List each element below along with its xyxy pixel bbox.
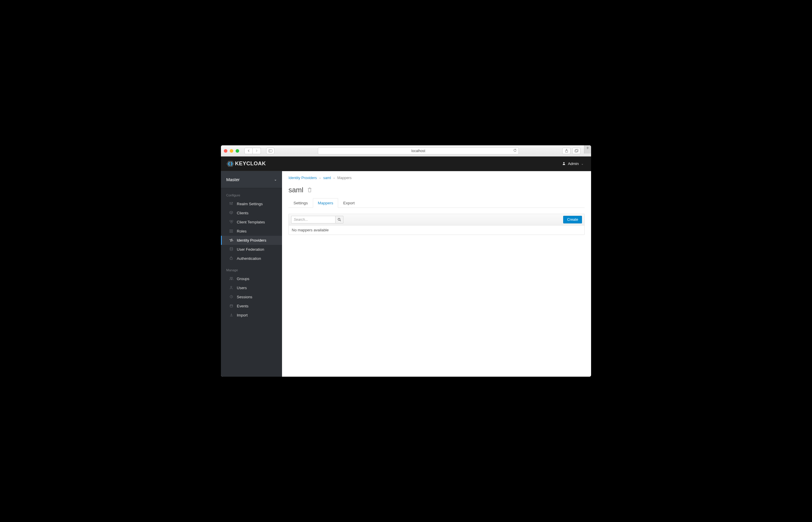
address-bar[interactable]: localhost xyxy=(318,147,519,155)
content-area: Master ⌄ Configure Realm Settings Client… xyxy=(221,171,591,377)
cubes-icon xyxy=(229,220,233,224)
share-button[interactable] xyxy=(562,148,571,154)
main-content: Identity Providers » saml » Mappers saml… xyxy=(282,171,591,377)
mappers-panel: Create No mappers available xyxy=(289,214,585,235)
browser-window: localhost + KEYCLOAK xyxy=(221,145,591,377)
sidebar-item-label: User Federation xyxy=(237,247,264,252)
tab-mappers[interactable]: Mappers xyxy=(313,198,339,208)
sidebar-item-user-federation[interactable]: User Federation xyxy=(221,245,282,254)
sidebar-item-import[interactable]: Import xyxy=(221,310,282,320)
svg-point-14 xyxy=(232,202,233,203)
svg-point-21 xyxy=(232,277,233,278)
keycloak-logo-icon xyxy=(226,160,234,168)
browser-chrome: localhost + xyxy=(221,145,591,157)
back-button[interactable] xyxy=(245,148,253,154)
search-button[interactable] xyxy=(335,216,344,223)
minimize-window-button[interactable] xyxy=(230,149,233,153)
breadcrumb-current: Mappers xyxy=(337,176,352,180)
user-menu[interactable]: Admin ⌄ xyxy=(561,161,585,166)
forward-button[interactable] xyxy=(253,148,261,154)
sidebar-item-label: Import xyxy=(237,313,248,317)
maximize-window-button[interactable] xyxy=(236,149,239,153)
app-header: KEYCLOAK Admin ⌄ xyxy=(221,157,591,171)
sidebar-item-events[interactable]: Events xyxy=(221,302,282,310)
svg-rect-24 xyxy=(230,305,233,307)
nav-heading-manage: Manage xyxy=(221,263,282,274)
sidebar-item-label: Users xyxy=(237,286,247,290)
sidebar-item-users[interactable]: Users xyxy=(221,283,282,293)
search-icon xyxy=(337,218,341,221)
sidebar-item-realm-settings[interactable]: Realm Settings xyxy=(221,199,282,208)
clock-icon xyxy=(229,295,233,299)
chevron-down-icon: ⌄ xyxy=(581,162,583,165)
tab-export[interactable]: Export xyxy=(338,198,360,208)
user-icon xyxy=(562,161,565,166)
sidebar-item-label: Clients xyxy=(237,211,249,215)
svg-rect-19 xyxy=(230,258,232,260)
chevron-down-icon: ⌄ xyxy=(274,178,277,181)
group-icon xyxy=(229,277,233,281)
search-input[interactable] xyxy=(291,216,335,223)
sidebar-item-label: Events xyxy=(237,304,249,308)
list-icon xyxy=(229,229,233,234)
sidebar-item-label: Groups xyxy=(237,277,249,281)
breadcrumb-separator-icon: » xyxy=(319,177,321,180)
nav-buttons xyxy=(245,148,261,154)
tabs-button[interactable] xyxy=(572,148,580,154)
traffic-lights xyxy=(224,149,239,153)
sidebar-item-sessions[interactable]: Sessions xyxy=(221,293,282,302)
create-button[interactable]: Create xyxy=(563,216,582,223)
database-icon xyxy=(229,247,233,252)
reload-icon[interactable] xyxy=(513,148,517,153)
new-tab-button[interactable]: + xyxy=(584,145,591,154)
sidebar-item-authentication[interactable]: Authentication xyxy=(221,254,282,263)
calendar-icon xyxy=(229,304,233,308)
svg-rect-3 xyxy=(575,150,577,153)
logo[interactable]: KEYCLOAK xyxy=(226,160,266,168)
sidebar-item-clients[interactable]: Clients xyxy=(221,208,282,218)
close-window-button[interactable] xyxy=(224,149,227,153)
user-name: Admin xyxy=(568,161,579,166)
sidebar-item-label: Sessions xyxy=(237,295,252,299)
svg-point-13 xyxy=(231,204,232,205)
svg-point-8 xyxy=(563,162,564,163)
sidebar-item-label: Identity Providers xyxy=(237,238,266,242)
sidebar-item-roles[interactable]: Roles xyxy=(221,227,282,236)
page-title-row: saml xyxy=(289,186,585,194)
sidebar-item-label: Client Templates xyxy=(237,220,265,224)
realm-selector[interactable]: Master ⌄ xyxy=(221,171,282,188)
sliders-icon xyxy=(229,202,233,206)
sidebar-item-groups[interactable]: Groups xyxy=(221,274,282,283)
svg-point-22 xyxy=(231,286,232,287)
breadcrumb-link-root[interactable]: Identity Providers xyxy=(289,176,317,180)
sidebar-item-client-templates[interactable]: Client Templates xyxy=(221,218,282,227)
nav-heading-configure: Configure xyxy=(221,188,282,199)
svg-point-28 xyxy=(338,218,340,220)
search-group xyxy=(291,216,344,223)
tab-settings[interactable]: Settings xyxy=(289,198,313,208)
sidebar: Master ⌄ Configure Realm Settings Client… xyxy=(221,171,282,377)
breadcrumb-link-provider[interactable]: saml xyxy=(323,176,331,180)
exchange-icon xyxy=(229,238,233,242)
user-icon xyxy=(229,286,233,290)
address-text: localhost xyxy=(411,149,425,153)
svg-point-20 xyxy=(230,277,231,278)
toolbar: Create xyxy=(289,214,584,225)
delete-button[interactable] xyxy=(308,186,312,194)
svg-point-18 xyxy=(230,247,233,248)
breadcrumb: Identity Providers » saml » Mappers xyxy=(289,176,585,180)
cube-icon xyxy=(229,211,233,215)
svg-rect-4 xyxy=(576,149,578,152)
tabs: Settings Mappers Export xyxy=(289,198,585,208)
chrome-right-buttons xyxy=(562,148,580,154)
page-title: saml xyxy=(289,186,304,194)
breadcrumb-separator-icon: » xyxy=(333,177,335,180)
svg-point-12 xyxy=(230,203,231,203)
sidebar-item-label: Authentication xyxy=(237,256,261,261)
sidebar-item-label: Roles xyxy=(237,229,247,234)
sidebar-toggle-button[interactable] xyxy=(266,148,274,154)
lock-icon xyxy=(229,256,233,261)
sidebar-item-identity-providers[interactable]: Identity Providers xyxy=(221,236,282,245)
sidebar-item-label: Realm Settings xyxy=(237,202,263,206)
brand-text: KEYCLOAK xyxy=(235,161,266,167)
